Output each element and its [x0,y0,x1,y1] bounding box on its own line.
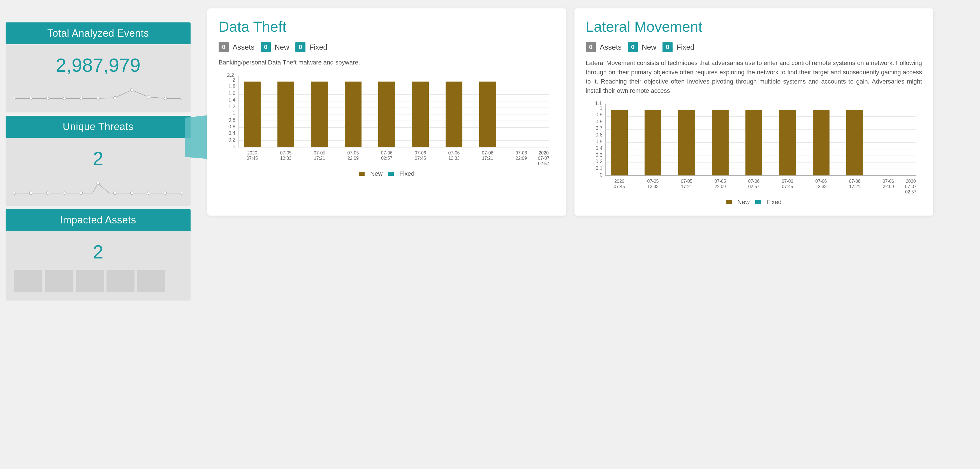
data-theft-description: Banking/personal Data Theft malware and … [219,58,555,67]
svg-point-12 [29,192,32,195]
data-theft-legend: New Fixed [219,170,555,177]
unique-threats-header: Unique Threats [6,116,191,138]
svg-text:07-07: 07-07 [538,156,550,161]
svg-text:17:21: 17:21 [681,184,692,189]
svg-point-11 [14,192,16,195]
svg-text:07:45: 07:45 [415,156,426,161]
impacted-assets-value: 2 [14,237,182,265]
svg-text:2020: 2020 [614,179,624,184]
svg-rect-104 [813,110,829,175]
svg-text:0.3: 0.3 [595,152,603,158]
lateral-movement-legend: New Fixed [586,198,922,206]
svg-text:02:57: 02:57 [748,184,759,189]
svg-text:0.4: 0.4 [228,130,235,136]
svg-text:1.2: 1.2 [228,104,235,110]
svg-point-21 [181,192,182,195]
asset-thumb-3 [76,270,104,292]
svg-rect-50 [378,81,395,147]
data-theft-assets-badge: 0 [219,42,229,52]
svg-text:07-06: 07-06 [381,150,393,156]
svg-point-19 [147,192,150,195]
lateral-fixed-label: Fixed [676,43,694,51]
svg-rect-52 [445,81,462,147]
svg-rect-53 [479,81,496,147]
svg-text:07-07: 07-07 [905,184,917,189]
svg-point-8 [147,96,150,98]
unique-threats-card: Unique Threats 2 [6,116,191,206]
unique-threats-sparkline [14,175,182,197]
svg-text:1.6: 1.6 [228,90,235,96]
svg-text:07-05: 07-05 [347,150,359,156]
svg-text:0.8: 0.8 [228,117,235,123]
total-events-sparkline [14,81,182,104]
svg-text:07-06: 07-06 [883,179,894,184]
svg-text:0: 0 [232,143,235,150]
data-theft-fixed-badge: 0 [295,42,305,52]
svg-text:07:45: 07:45 [247,156,258,161]
svg-text:07-06: 07-06 [782,179,793,184]
total-events-header: Total Analyzed Events [6,22,191,44]
svg-text:0.2: 0.2 [228,137,235,143]
lateral-movement-chart: 0 0.1 0.2 0.3 0.4 0.5 0.6 0.7 0.8 0.9 1 … [586,101,922,196]
svg-text:2020: 2020 [906,179,916,184]
svg-text:07-05: 07-05 [714,179,726,184]
asset-thumb-4 [107,270,135,292]
svg-text:12:33: 12:33 [816,184,827,189]
svg-rect-100 [678,110,695,175]
svg-point-9 [164,97,167,100]
svg-text:2020: 2020 [247,150,257,156]
legend-new-box [359,172,364,176]
svg-text:1: 1 [232,110,235,116]
svg-point-4 [80,97,83,100]
svg-text:02:57: 02:57 [905,189,916,195]
svg-rect-105 [846,110,863,175]
unique-threats-value: 2 [14,143,182,172]
svg-point-20 [164,192,167,195]
svg-text:07-06: 07-06 [748,179,760,184]
svg-text:07-05: 07-05 [681,179,692,184]
svg-text:1.4: 1.4 [228,96,235,103]
svg-rect-101 [712,110,729,175]
svg-text:12:33: 12:33 [280,156,291,161]
lateral-movement-badge-row: 0 Assets 0 New 0 Fixed [586,42,922,52]
svg-text:22:09: 22:09 [347,156,359,161]
data-theft-card: Data Theft 0 Assets 0 New 0 Fixed Bankin… [207,8,566,215]
lateral-legend-fixed-label: Fixed [767,198,781,206]
lateral-movement-description: Lateral Movement consists of techniques … [586,58,922,95]
lateral-legend-new-label: New [737,198,749,206]
svg-text:0.5: 0.5 [595,138,603,144]
svg-point-15 [80,192,83,195]
svg-point-3 [63,97,66,100]
svg-rect-98 [611,110,628,175]
svg-text:0.7: 0.7 [595,125,603,131]
svg-text:07:45: 07:45 [614,184,625,189]
svg-text:0.6: 0.6 [595,132,603,138]
svg-text:07-06: 07-06 [515,150,527,156]
svg-text:0.1: 0.1 [595,165,603,171]
svg-text:0.8: 0.8 [595,118,603,124]
svg-text:22:09: 22:09 [883,184,894,189]
svg-text:1.1: 1.1 [595,101,602,106]
data-theft-fixed-label: Fixed [309,43,327,51]
lateral-movement-card: Lateral Movement 0 Assets 0 New 0 Fixed … [574,8,933,215]
data-theft-new-label: New [275,43,289,51]
svg-text:02:57: 02:57 [381,156,392,161]
svg-point-18 [130,192,133,195]
svg-text:2.2: 2.2 [227,73,234,78]
svg-rect-103 [779,110,796,175]
lateral-assets-label: Assets [600,43,622,51]
svg-rect-99 [644,110,661,175]
lateral-assets-badge: 0 [586,42,596,52]
total-events-card: Total Analyzed Events 2,987,979 [6,22,191,112]
svg-rect-46 [244,81,261,147]
svg-text:07-06: 07-06 [816,179,827,184]
svg-text:17:21: 17:21 [482,156,493,161]
lateral-legend-fixed-box [755,200,761,204]
svg-point-13 [46,192,49,195]
svg-rect-49 [345,81,361,147]
svg-point-7 [130,89,133,91]
svg-text:07-06: 07-06 [415,150,426,156]
svg-text:07-05: 07-05 [280,150,292,156]
svg-text:0.4: 0.4 [595,145,603,152]
svg-text:07-06: 07-06 [482,150,493,156]
